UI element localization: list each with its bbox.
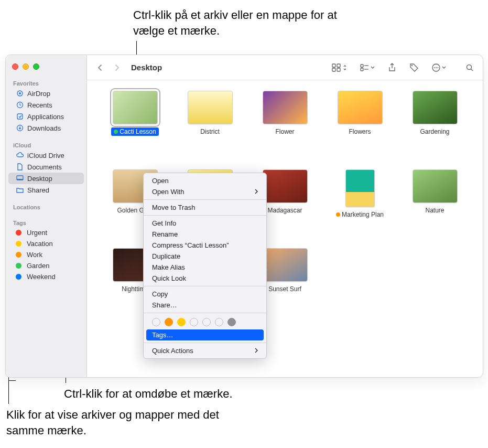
file-thumbnail[interactable] — [113, 91, 158, 124]
search-button[interactable] — [463, 61, 476, 74]
menu-item[interactable]: Duplicate — [144, 251, 266, 262]
clock-icon — [16, 101, 24, 109]
group-icon — [360, 63, 370, 72]
sidebar-item-icloud-drive[interactable]: iCloud Drive — [8, 150, 84, 161]
sidebar-tag-urgent[interactable]: Urgent — [8, 227, 84, 238]
sidebar-section-tags: Tags — [6, 217, 86, 227]
sidebar-item-label: Desktop — [27, 175, 52, 183]
file-item[interactable]: Nature — [403, 169, 467, 238]
svg-rect-7 — [332, 64, 335, 67]
menu-item[interactable]: Compress “Cacti Lesson” — [144, 240, 266, 251]
menu-item[interactable]: Share… — [144, 300, 266, 311]
menu-item-label: Get Info — [152, 219, 176, 227]
sidebar-tag-weekend[interactable]: Weekend — [8, 271, 84, 282]
grid-view-icon — [332, 63, 341, 72]
sidebar-item-applications[interactable]: Applications — [8, 111, 84, 122]
tag-dot-icon — [336, 212, 340, 217]
file-thumbnail[interactable] — [338, 91, 383, 124]
file-name: District — [198, 127, 222, 136]
context-menu: OpenOpen WithMove to TrashGet InfoRename… — [143, 173, 267, 359]
close-button[interactable] — [12, 63, 18, 70]
file-name: Madagascar — [265, 206, 305, 215]
sidebar-item-label: AirDrop — [27, 90, 50, 98]
file-item[interactable]: Cacti Lesson — [103, 91, 167, 159]
tag-color-swatch[interactable] — [202, 318, 211, 326]
menu-separator — [144, 286, 266, 286]
svg-point-19 — [438, 67, 439, 68]
file-item[interactable]: Flower — [253, 91, 317, 159]
sidebar-item-documents[interactable]: Documents — [8, 161, 84, 173]
sidebar-item-recents[interactable]: Recents — [8, 99, 84, 111]
file-name-label: Flowers — [349, 128, 371, 135]
file-name-label: Gardening — [420, 128, 449, 135]
sidebar-tag-garden[interactable]: Garden — [8, 260, 84, 271]
tags-button[interactable] — [407, 61, 421, 74]
window-controls — [6, 59, 86, 77]
chevron-down-icon — [371, 66, 375, 69]
forward-button[interactable] — [110, 61, 124, 74]
sidebar-item-label: Recents — [27, 101, 52, 109]
minimize-button[interactable] — [23, 63, 29, 70]
file-name-label: District — [200, 128, 220, 135]
menu-item-label: Compress “Cacti Lesson” — [152, 241, 229, 249]
zoom-button[interactable] — [33, 63, 39, 70]
back-button[interactable] — [93, 61, 107, 74]
file-name-label: Cacti Lesson — [120, 128, 156, 135]
file-thumbnail[interactable] — [413, 169, 458, 203]
sidebar-tag-vacation[interactable]: Vacation — [8, 238, 84, 249]
menu-separator — [144, 215, 266, 216]
sidebar-item-airdrop[interactable]: AirDrop — [8, 88, 84, 99]
group-button[interactable] — [358, 61, 377, 74]
menu-item[interactable]: Quick Actions — [144, 345, 266, 356]
file-item[interactable]: Flowers — [328, 91, 392, 159]
share-button[interactable] — [385, 61, 399, 74]
menu-item[interactable]: Move to Trash — [144, 202, 266, 213]
svg-rect-10 — [337, 68, 340, 71]
tag-color-swatch[interactable] — [227, 318, 236, 326]
menu-item[interactable]: Rename — [144, 229, 266, 240]
menu-item[interactable]: Open — [144, 175, 266, 186]
file-thumbnail[interactable] — [263, 169, 308, 203]
menu-item-label: Tags… — [152, 331, 173, 339]
downloads-icon — [16, 124, 24, 132]
tag-color-swatch[interactable] — [190, 318, 198, 326]
file-name: Nature — [422, 206, 447, 215]
menu-item-label: Rename — [152, 230, 178, 238]
svg-rect-12 — [361, 68, 363, 71]
menu-separator — [144, 313, 266, 313]
view-switcher[interactable] — [330, 61, 350, 74]
tag-color-swatch[interactable] — [215, 318, 223, 326]
sidebar-item-label: Shared — [27, 186, 49, 194]
sidebar-item-label: Work — [27, 251, 42, 259]
sidebar-tag-work[interactable]: Work — [8, 249, 84, 260]
menu-item-label: Share… — [152, 301, 177, 309]
menu-item[interactable]: Tags… — [146, 329, 264, 340]
file-thumbnail[interactable] — [345, 169, 375, 207]
file-thumbnail[interactable] — [413, 91, 458, 124]
file-name-label: Marketing Plan — [342, 211, 384, 218]
sidebar-item-downloads[interactable]: Downloads — [8, 122, 84, 134]
file-thumbnail[interactable] — [188, 91, 233, 124]
menu-item[interactable]: Copy — [144, 289, 266, 300]
sidebar-item-label: Applications — [27, 113, 64, 121]
tag-color-swatch[interactable] — [165, 318, 173, 326]
more-button[interactable] — [429, 61, 448, 74]
file-thumbnail[interactable] — [263, 248, 308, 282]
file-item[interactable]: Marketing Plan — [328, 169, 392, 238]
sidebar-item-shared[interactable]: Shared — [8, 184, 84, 196]
file-item[interactable]: District — [178, 91, 242, 159]
file-name-label: Flower — [275, 128, 294, 135]
tag-color-swatch[interactable] — [152, 318, 160, 326]
tag-dot-icon — [16, 263, 21, 269]
file-item[interactable]: Gardening — [403, 91, 467, 159]
menu-item[interactable]: Get Info — [144, 218, 266, 229]
file-name: Flower — [273, 127, 297, 136]
location-title: Desktop — [131, 63, 162, 72]
menu-item[interactable]: Quick Look — [144, 273, 266, 284]
menu-item[interactable]: Make Alias — [144, 262, 266, 273]
tag-color-swatch[interactable] — [177, 318, 186, 326]
sidebar-item-desktop[interactable]: Desktop — [8, 173, 84, 184]
menu-item[interactable]: Open With — [144, 186, 266, 197]
menu-separator — [144, 343, 266, 343]
file-thumbnail[interactable] — [263, 91, 308, 124]
